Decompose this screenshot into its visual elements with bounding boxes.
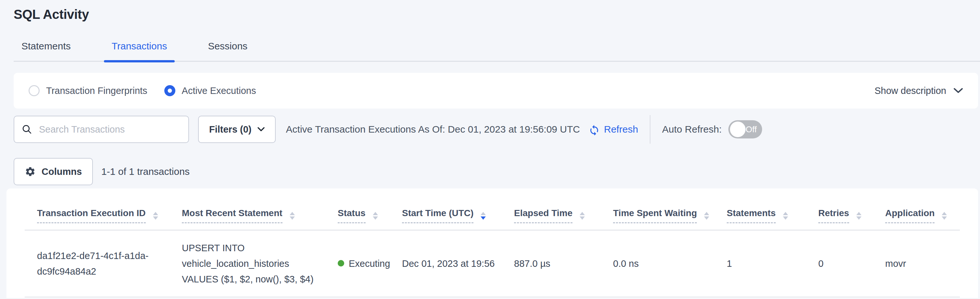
refresh-label: Refresh xyxy=(604,124,638,135)
gear-icon xyxy=(25,166,36,177)
page-title: SQL Activity xyxy=(14,7,980,22)
tab-statements[interactable]: Statements xyxy=(14,41,79,61)
toggle-knob xyxy=(730,122,746,137)
chevron-down-icon xyxy=(258,127,265,132)
column-header-retries[interactable]: Retries xyxy=(806,194,873,230)
refresh-button[interactable]: Refresh xyxy=(589,123,638,135)
column-header-application[interactable]: Application xyxy=(873,194,960,230)
radio-unselected-icon[interactable] xyxy=(29,85,40,96)
sort-icon xyxy=(941,211,948,221)
status-label: Executing xyxy=(349,258,390,269)
filters-button-label: Filters (0) xyxy=(209,124,251,135)
filters-button[interactable]: Filters (0) xyxy=(198,116,276,143)
transactions-table-card: Transaction Execution ID Most Recent Sta… xyxy=(6,189,978,298)
sort-icon xyxy=(782,211,789,221)
column-header-most-recent-statement[interactable]: Most Recent Statement xyxy=(170,194,325,230)
tab-sessions[interactable]: Sessions xyxy=(200,41,255,61)
sort-icon xyxy=(289,211,296,221)
toolbar: Filters (0) Active Transaction Execution… xyxy=(14,115,978,144)
cell-transaction-execution-id: da1f21e2-de71-4c1f-a1da-dc9fc94a84a2 xyxy=(25,230,170,297)
cell-time-spent-waiting: 0.0 ns xyxy=(601,230,714,297)
sort-icon xyxy=(703,211,710,221)
columns-button[interactable]: Columns xyxy=(14,158,93,185)
auto-refresh-toggle[interactable]: Off xyxy=(729,120,762,138)
as-of-timestamp: Active Transaction Executions As Of: Dec… xyxy=(286,124,580,135)
sort-icon xyxy=(856,211,862,221)
status-executing-dot-icon xyxy=(338,260,344,267)
radio-active-executions[interactable]: Active Executions xyxy=(164,85,256,96)
sort-icon xyxy=(372,211,379,221)
column-header-time-spent-waiting[interactable]: Time Spent Waiting xyxy=(601,194,714,230)
auto-refresh-label: Auto Refresh: xyxy=(662,124,722,135)
column-header-statements[interactable]: Statements xyxy=(714,194,806,230)
radio-label: Active Executions xyxy=(182,85,256,96)
transactions-table: Transaction Execution ID Most Recent Sta… xyxy=(25,194,960,297)
sort-icon-active-desc xyxy=(480,211,487,221)
refresh-icon xyxy=(589,123,600,135)
cell-status: Executing xyxy=(325,230,390,297)
cell-start-time: Dec 01, 2023 at 19:56 xyxy=(390,230,502,297)
cell-retries: 0 xyxy=(806,230,873,297)
radio-transaction-fingerprints[interactable]: Transaction Fingerprints xyxy=(29,85,148,96)
table-controls: Columns 1-1 of 1 transactions xyxy=(14,158,978,185)
search-box[interactable] xyxy=(14,116,189,143)
columns-button-label: Columns xyxy=(41,166,82,177)
column-header-start-time[interactable]: Start Time (UTC) xyxy=(390,194,502,230)
cell-application: movr xyxy=(873,230,960,297)
result-count: 1-1 of 1 transactions xyxy=(101,166,189,177)
cell-most-recent-statement: UPSERT INTO vehicle_location_histories V… xyxy=(170,230,325,297)
sort-icon xyxy=(152,211,159,221)
tab-transactions[interactable]: Transactions xyxy=(104,41,175,61)
view-mode-card: Transaction Fingerprints Active Executio… xyxy=(14,73,978,109)
search-input[interactable] xyxy=(38,124,181,135)
cell-elapsed-time: 887.0 µs xyxy=(502,230,601,297)
sort-icon xyxy=(579,211,585,221)
tabs-bar: Statements Transactions Sessions xyxy=(14,41,980,62)
column-header-status[interactable]: Status xyxy=(325,194,390,230)
toggle-state-label: Off xyxy=(746,125,757,134)
chevron-down-icon xyxy=(953,88,963,94)
table-header-row: Transaction Execution ID Most Recent Sta… xyxy=(25,194,960,230)
column-header-elapsed-time[interactable]: Elapsed Time xyxy=(502,194,601,230)
radio-label: Transaction Fingerprints xyxy=(46,85,148,96)
cell-statements: 1 xyxy=(714,230,806,297)
column-header-transaction-execution-id[interactable]: Transaction Execution ID xyxy=(25,194,170,230)
table-row[interactable]: da1f21e2-de71-4c1f-a1da-dc9fc94a84a2 UPS… xyxy=(25,230,960,297)
show-description-toggle[interactable]: Show description xyxy=(875,85,963,96)
radio-selected-icon[interactable] xyxy=(164,85,175,96)
sql-activity-page: SQL Activity Statements Transactions Ses… xyxy=(0,0,980,298)
search-icon xyxy=(21,124,32,135)
show-description-label: Show description xyxy=(875,85,946,96)
toolbar-divider xyxy=(650,115,651,144)
